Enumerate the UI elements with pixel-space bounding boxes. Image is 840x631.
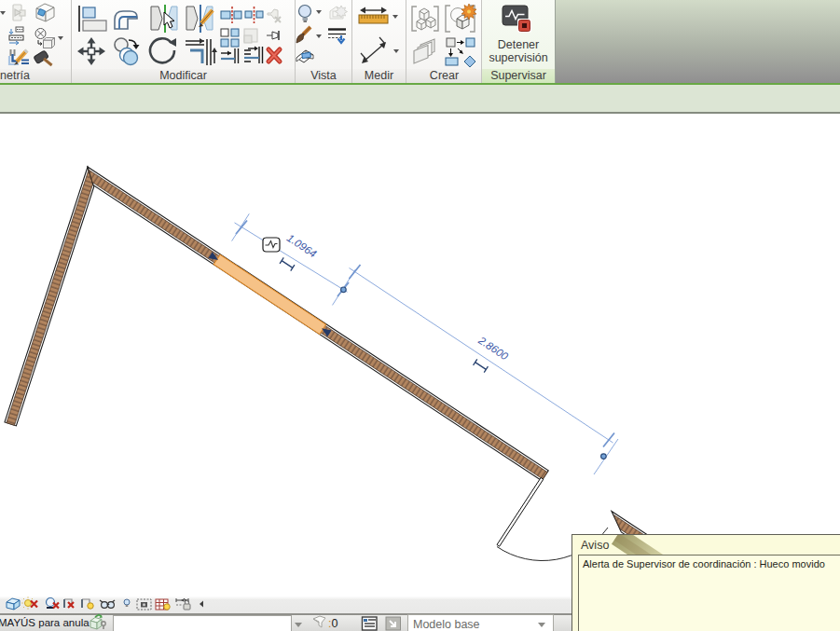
svg-text:1.0964: 1.0964 (285, 232, 319, 259)
svg-text:2.8600: 2.8600 (475, 334, 510, 362)
